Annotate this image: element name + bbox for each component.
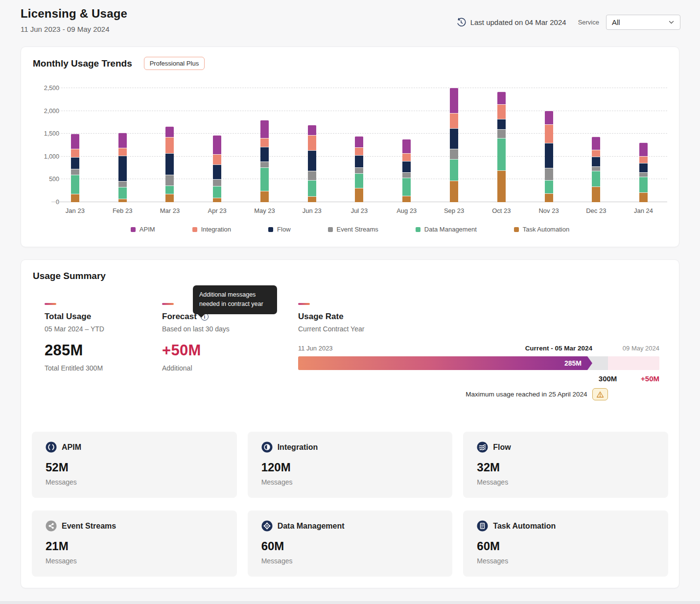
bar-segment[interactable] (118, 156, 127, 181)
service-card-apim[interactable]: APIM 52M Messages (32, 432, 237, 498)
bar-segment[interactable] (450, 149, 458, 159)
legend-item-integration[interactable]: Integration (192, 226, 231, 233)
bar-segment[interactable] (308, 180, 316, 196)
stacked-bar-sep-23[interactable] (450, 88, 458, 202)
bar-segment[interactable] (497, 129, 506, 138)
service-card-task-automation[interactable]: Task Automation 60M Messages (463, 511, 668, 577)
bar-segment[interactable] (545, 180, 553, 193)
bar-segment[interactable] (260, 162, 269, 168)
bar-segment[interactable] (260, 147, 269, 161)
bar-segment[interactable] (213, 198, 221, 202)
bar-segment[interactable] (497, 92, 506, 104)
bar-segment[interactable] (118, 133, 127, 148)
stacked-bar-jul-23[interactable] (355, 136, 363, 202)
stacked-bar-jan-23[interactable] (71, 134, 79, 202)
bar-segment[interactable] (497, 104, 506, 119)
bar-segment[interactable] (308, 150, 316, 171)
bar-segment[interactable] (355, 147, 363, 155)
bar-segment[interactable] (592, 150, 600, 157)
legend-item-apim[interactable]: APIM (131, 226, 155, 233)
bar-segment[interactable] (260, 138, 269, 147)
service-card-integration[interactable]: Integration 120M Messages (248, 432, 453, 498)
bar-segment[interactable] (450, 128, 458, 149)
warning-badge[interactable] (592, 388, 608, 400)
bar-segment[interactable] (545, 193, 553, 202)
bar-segment[interactable] (355, 136, 363, 147)
stacked-bar-may-23[interactable] (260, 120, 269, 202)
service-card-event-streams[interactable]: Event Streams 21M Messages (32, 511, 237, 577)
bar-segment[interactable] (450, 113, 458, 128)
bar-segment[interactable] (545, 168, 553, 180)
bar-segment[interactable] (545, 143, 553, 168)
bar-segment[interactable] (71, 175, 79, 194)
bar-segment[interactable] (260, 120, 269, 138)
bar-segment[interactable] (71, 157, 79, 169)
bar-segment[interactable] (308, 135, 316, 150)
bar-segment[interactable] (71, 134, 79, 149)
bar-segment[interactable] (355, 167, 363, 173)
bar-segment[interactable] (592, 166, 600, 170)
bar-segment[interactable] (71, 169, 79, 175)
bar-segment[interactable] (592, 157, 600, 166)
bar-segment[interactable] (118, 181, 127, 187)
bar-segment[interactable] (497, 138, 506, 170)
bar-segment[interactable] (118, 187, 127, 199)
bar-segment[interactable] (402, 172, 411, 178)
stacked-bar-jan-24[interactable] (639, 142, 648, 202)
bar-segment[interactable] (213, 179, 221, 186)
service-card-flow[interactable]: Flow 32M Messages (463, 432, 668, 498)
bar-segment[interactable] (450, 159, 458, 181)
bar-segment[interactable] (639, 163, 648, 173)
bar-segment[interactable] (71, 149, 79, 157)
bar-segment[interactable] (213, 135, 221, 154)
bar-segment[interactable] (308, 196, 316, 202)
stacked-bar-jun-23[interactable] (308, 125, 316, 202)
legend-item-data-management[interactable]: Data Management (416, 226, 477, 233)
bar-segment[interactable] (165, 126, 174, 137)
legend-item-flow[interactable]: Flow (268, 226, 290, 233)
bar-segment[interactable] (639, 172, 648, 177)
bar-segment[interactable] (118, 148, 127, 156)
bar-segment[interactable] (118, 199, 127, 202)
bar-segment[interactable] (497, 119, 506, 129)
bar-segment[interactable] (165, 175, 174, 185)
stacked-bar-dec-23[interactable] (592, 137, 600, 202)
bar-segment[interactable] (592, 186, 600, 202)
bar-segment[interactable] (545, 111, 553, 124)
bar-segment[interactable] (355, 155, 363, 167)
bar-segment[interactable] (355, 188, 363, 202)
bar-segment[interactable] (639, 156, 648, 163)
bar-segment[interactable] (497, 170, 506, 202)
service-card-data-management[interactable]: Data Management 60M Messages (248, 511, 453, 577)
bar-segment[interactable] (213, 186, 221, 198)
stacked-bar-mar-23[interactable] (165, 126, 174, 202)
stacked-bar-oct-23[interactable] (497, 92, 506, 202)
bar-segment[interactable] (165, 153, 174, 175)
bar-segment[interactable] (450, 88, 458, 113)
stacked-bar-nov-23[interactable] (545, 111, 553, 202)
bar-segment[interactable] (71, 194, 79, 202)
bar-segment[interactable] (355, 173, 363, 188)
service-select[interactable]: All (606, 15, 680, 30)
bar-segment[interactable] (592, 171, 600, 187)
bar-segment[interactable] (639, 177, 648, 192)
legend-item-event-streams[interactable]: Event Streams (328, 226, 378, 233)
bar-segment[interactable] (639, 142, 648, 156)
bar-segment[interactable] (402, 161, 411, 172)
usage-rate-bar[interactable]: 285M (298, 356, 659, 370)
bar-segment[interactable] (260, 191, 269, 202)
legend-item-task-automation[interactable]: Task Automation (514, 226, 569, 233)
bar-segment[interactable] (592, 137, 600, 149)
bar-segment[interactable] (545, 124, 553, 143)
bar-segment[interactable] (402, 178, 411, 196)
bar-segment[interactable] (165, 186, 174, 194)
bar-segment[interactable] (308, 171, 316, 180)
bar-segment[interactable] (308, 125, 316, 135)
stacked-bar-aug-23[interactable] (402, 139, 411, 202)
bar-segment[interactable] (213, 164, 221, 179)
bar-segment[interactable] (260, 167, 269, 190)
bar-segment[interactable] (402, 196, 411, 202)
bar-segment[interactable] (213, 154, 221, 164)
bar-segment[interactable] (402, 153, 411, 161)
bar-segment[interactable] (402, 139, 411, 153)
